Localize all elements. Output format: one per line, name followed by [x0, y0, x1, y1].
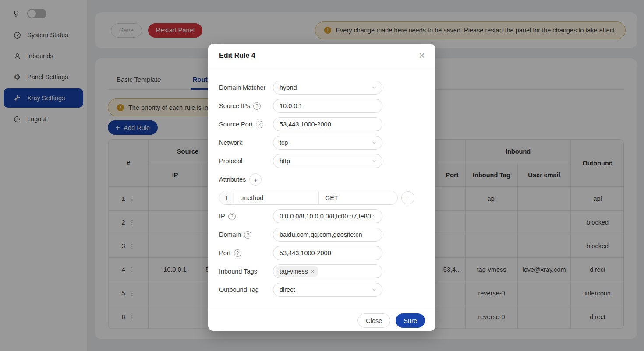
- field-source-ips: Source IPs?: [219, 99, 425, 113]
- close-button[interactable]: Close: [357, 313, 390, 328]
- field-label: Source IPs: [219, 102, 250, 109]
- modal-header: Edit Rule 4 ×: [208, 44, 435, 67]
- edit-rule-modal: Edit Rule 4 × Domain Matcher hybrid Sour…: [208, 44, 435, 331]
- source-port-input[interactable]: [273, 117, 382, 131]
- close-icon[interactable]: ×: [419, 50, 425, 61]
- field-domain-matcher: Domain Matcher hybrid: [219, 81, 425, 95]
- help-icon[interactable]: ?: [244, 231, 251, 239]
- modal-footer: Close Sure: [208, 310, 435, 331]
- field-label: Attributes: [219, 176, 246, 183]
- protocol-value: http: [280, 158, 290, 165]
- port-input[interactable]: [273, 246, 382, 260]
- network-select[interactable]: tcp: [273, 136, 382, 150]
- field-label: IP: [219, 213, 225, 220]
- field-network: Network tcp: [219, 136, 425, 150]
- field-outbound-tag: Outbound Tag direct: [219, 283, 425, 297]
- domain-matcher-value: hybrid: [280, 84, 297, 91]
- app-root: System Status Inbounds ⚙ Panel Settings: [0, 0, 644, 351]
- outbound-tag-value: direct: [280, 286, 295, 293]
- field-label: Network: [219, 139, 273, 146]
- field-attributes-label-row: Attributes +: [219, 172, 425, 186]
- field-protocol: Protocol http: [219, 154, 425, 168]
- field-inbound-tags: Inbound Tags tag-vmess ×: [219, 264, 425, 278]
- help-icon[interactable]: ?: [253, 102, 261, 110]
- ip-input[interactable]: [273, 209, 382, 223]
- remove-attribute-button[interactable]: −: [401, 191, 414, 204]
- field-port: Port?: [219, 246, 425, 260]
- field-label: Protocol: [219, 158, 273, 165]
- attribute-input-group: 1: [219, 191, 398, 205]
- attribute-row: 1 −: [219, 191, 425, 205]
- field-source-port: Source Port?: [219, 117, 425, 131]
- inbound-tags-select[interactable]: tag-vmess ×: [273, 264, 382, 278]
- protocol-select[interactable]: http: [273, 154, 382, 168]
- modal-body: Domain Matcher hybrid Source IPs? Source…: [219, 67, 425, 297]
- outbound-tag-select[interactable]: direct: [273, 283, 382, 297]
- help-icon[interactable]: ?: [228, 213, 236, 220]
- attribute-key-input[interactable]: [234, 191, 319, 204]
- field-label: Domain Matcher: [219, 84, 273, 91]
- tag-remove-icon[interactable]: ×: [311, 268, 315, 275]
- field-label: Domain: [219, 231, 241, 238]
- help-icon[interactable]: ?: [234, 249, 241, 257]
- field-label: Outbound Tag: [219, 286, 273, 293]
- domain-input[interactable]: [273, 228, 382, 242]
- attribute-index: 1: [219, 191, 234, 204]
- modal-title: Edit Rule 4: [219, 52, 255, 60]
- field-domain: Domain?: [219, 228, 425, 242]
- add-attribute-button[interactable]: +: [249, 173, 262, 186]
- field-label: Port: [219, 249, 231, 256]
- network-value: tcp: [280, 139, 288, 146]
- chevron-down-icon: [372, 140, 377, 145]
- chevron-down-icon: [372, 85, 377, 90]
- sure-button[interactable]: Sure: [396, 313, 425, 328]
- field-label: Source Port: [219, 121, 253, 128]
- source-ips-input[interactable]: [273, 99, 382, 113]
- field-ip: IP?: [219, 209, 425, 223]
- domain-matcher-select[interactable]: hybrid: [273, 81, 382, 95]
- chevron-down-icon: [372, 287, 377, 292]
- field-label: Inbound Tags: [219, 268, 273, 275]
- attribute-value-input[interactable]: [319, 191, 397, 204]
- chevron-down-icon: [372, 158, 377, 164]
- tag-chip-label: tag-vmess: [280, 268, 308, 275]
- help-icon[interactable]: ?: [256, 121, 263, 128]
- tag-chip: tag-vmess ×: [276, 266, 318, 277]
